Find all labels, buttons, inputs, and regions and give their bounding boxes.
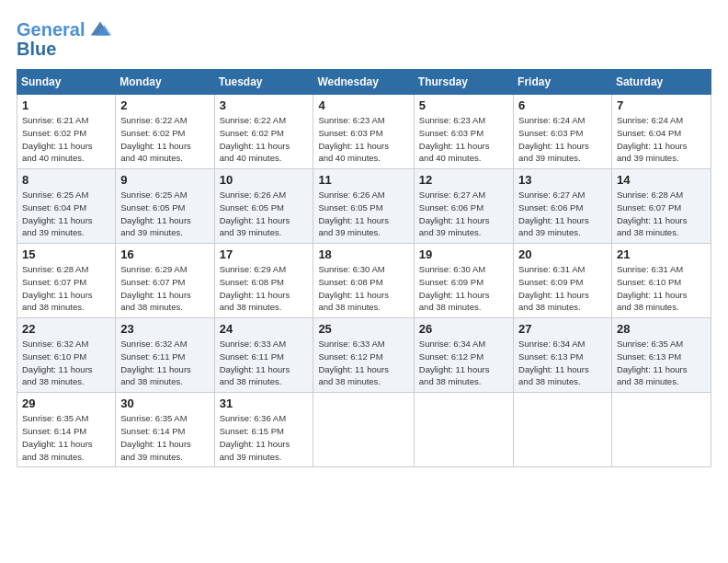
page: General Blue SundayMondayTuesdayWednesda… (0, 0, 728, 563)
empty-cell (611, 393, 711, 467)
calendar-day-cell: 9Sunrise: 6:25 AM Sunset: 6:05 PM Daylig… (116, 169, 214, 244)
calendar-day-cell: 30Sunrise: 6:35 AM Sunset: 6:14 PM Dayli… (116, 393, 214, 467)
day-info: Sunrise: 6:25 AM Sunset: 6:05 PM Dayligh… (120, 189, 209, 239)
day-info: Sunrise: 6:25 AM Sunset: 6:04 PM Dayligh… (22, 189, 110, 239)
empty-cell (514, 393, 612, 467)
day-number: 9 (120, 173, 209, 187)
day-number: 15 (22, 247, 110, 261)
calendar-week-row: 8Sunrise: 6:25 AM Sunset: 6:04 PM Daylig… (17, 169, 711, 244)
empty-cell (313, 393, 414, 467)
day-number: 7 (617, 98, 706, 112)
calendar-day-cell: 12Sunrise: 6:27 AM Sunset: 6:06 PM Dayli… (414, 169, 513, 244)
calendar-day-cell: 13Sunrise: 6:27 AM Sunset: 6:06 PM Dayli… (514, 169, 612, 244)
calendar-day-cell: 26Sunrise: 6:34 AM Sunset: 6:12 PM Dayli… (414, 318, 513, 393)
day-number: 13 (518, 173, 607, 187)
logo-icon (87, 17, 113, 42)
calendar-week-row: 1Sunrise: 6:21 AM Sunset: 6:02 PM Daylig… (17, 95, 711, 169)
calendar-day-cell: 5Sunrise: 6:23 AM Sunset: 6:03 PM Daylig… (414, 95, 513, 169)
calendar-day-cell: 3Sunrise: 6:22 AM Sunset: 6:02 PM Daylig… (214, 95, 313, 169)
day-info: Sunrise: 6:27 AM Sunset: 6:06 PM Dayligh… (419, 189, 508, 239)
day-number: 29 (22, 396, 110, 410)
day-number: 5 (419, 98, 508, 112)
day-number: 12 (419, 173, 508, 187)
calendar-day-cell: 11Sunrise: 6:26 AM Sunset: 6:05 PM Dayli… (313, 169, 414, 244)
calendar-day-cell: 24Sunrise: 6:33 AM Sunset: 6:11 PM Dayli… (214, 318, 313, 393)
calendar-day-cell: 31Sunrise: 6:36 AM Sunset: 6:15 PM Dayli… (214, 393, 313, 467)
calendar-day-cell: 23Sunrise: 6:32 AM Sunset: 6:11 PM Dayli… (116, 318, 214, 393)
header-day-wednesday: Wednesday (313, 70, 414, 95)
day-number: 16 (120, 247, 209, 261)
day-number: 19 (419, 247, 508, 261)
day-number: 27 (518, 322, 607, 336)
day-number: 30 (120, 396, 209, 410)
day-number: 17 (220, 247, 309, 261)
day-number: 23 (120, 322, 209, 336)
header: General Blue (17, 17, 711, 60)
empty-cell (414, 393, 513, 467)
calendar-day-cell: 7Sunrise: 6:24 AM Sunset: 6:04 PM Daylig… (611, 95, 711, 169)
day-number: 8 (22, 173, 110, 187)
day-info: Sunrise: 6:22 AM Sunset: 6:02 PM Dayligh… (120, 114, 209, 165)
day-number: 21 (617, 247, 706, 261)
day-number: 31 (220, 396, 309, 410)
day-info: Sunrise: 6:36 AM Sunset: 6:15 PM Dayligh… (220, 412, 309, 463)
day-info: Sunrise: 6:21 AM Sunset: 6:02 PM Dayligh… (22, 114, 110, 165)
day-number: 18 (318, 247, 408, 261)
calendar-day-cell: 20Sunrise: 6:31 AM Sunset: 6:09 PM Dayli… (514, 244, 612, 318)
header-day-sunday: Sunday (17, 70, 116, 95)
calendar-week-row: 22Sunrise: 6:32 AM Sunset: 6:10 PM Dayli… (17, 318, 711, 393)
logo: General Blue (17, 17, 113, 60)
day-info: Sunrise: 6:34 AM Sunset: 6:13 PM Dayligh… (518, 338, 607, 388)
day-info: Sunrise: 6:35 AM Sunset: 6:14 PM Dayligh… (22, 412, 110, 463)
calendar-day-cell: 17Sunrise: 6:29 AM Sunset: 6:08 PM Dayli… (214, 244, 313, 318)
calendar-day-cell: 10Sunrise: 6:26 AM Sunset: 6:05 PM Dayli… (214, 169, 313, 244)
header-day-saturday: Saturday (611, 70, 711, 95)
day-info: Sunrise: 6:34 AM Sunset: 6:12 PM Dayligh… (419, 338, 508, 388)
calendar-day-cell: 2Sunrise: 6:22 AM Sunset: 6:02 PM Daylig… (116, 95, 214, 169)
day-info: Sunrise: 6:22 AM Sunset: 6:02 PM Dayligh… (220, 114, 309, 165)
calendar-day-cell: 14Sunrise: 6:28 AM Sunset: 6:07 PM Dayli… (611, 169, 711, 244)
day-info: Sunrise: 6:23 AM Sunset: 6:03 PM Dayligh… (419, 114, 508, 165)
calendar-day-cell: 22Sunrise: 6:32 AM Sunset: 6:10 PM Dayli… (17, 318, 116, 393)
day-number: 4 (318, 98, 408, 112)
calendar-day-cell: 15Sunrise: 6:28 AM Sunset: 6:07 PM Dayli… (17, 244, 116, 318)
day-info: Sunrise: 6:35 AM Sunset: 6:14 PM Dayligh… (120, 412, 209, 463)
day-info: Sunrise: 6:24 AM Sunset: 6:04 PM Dayligh… (617, 114, 706, 165)
calendar-day-cell: 27Sunrise: 6:34 AM Sunset: 6:13 PM Dayli… (514, 318, 612, 393)
day-number: 14 (617, 173, 706, 187)
day-info: Sunrise: 6:24 AM Sunset: 6:03 PM Dayligh… (518, 114, 607, 165)
header-day-tuesday: Tuesday (214, 70, 313, 95)
day-info: Sunrise: 6:32 AM Sunset: 6:11 PM Dayligh… (120, 338, 209, 388)
day-number: 26 (419, 322, 508, 336)
calendar-day-cell: 18Sunrise: 6:30 AM Sunset: 6:08 PM Dayli… (313, 244, 414, 318)
day-info: Sunrise: 6:35 AM Sunset: 6:13 PM Dayligh… (617, 338, 706, 388)
day-info: Sunrise: 6:32 AM Sunset: 6:10 PM Dayligh… (22, 338, 110, 388)
day-info: Sunrise: 6:26 AM Sunset: 6:05 PM Dayligh… (318, 189, 408, 239)
day-info: Sunrise: 6:31 AM Sunset: 6:09 PM Dayligh… (518, 263, 607, 314)
calendar-day-cell: 28Sunrise: 6:35 AM Sunset: 6:13 PM Dayli… (611, 318, 711, 393)
header-day-thursday: Thursday (414, 70, 513, 95)
calendar-day-cell: 16Sunrise: 6:29 AM Sunset: 6:07 PM Dayli… (116, 244, 214, 318)
day-info: Sunrise: 6:23 AM Sunset: 6:03 PM Dayligh… (318, 114, 408, 165)
day-number: 24 (220, 322, 309, 336)
day-number: 11 (318, 173, 408, 187)
day-info: Sunrise: 6:27 AM Sunset: 6:06 PM Dayligh… (518, 189, 607, 239)
calendar-day-cell: 21Sunrise: 6:31 AM Sunset: 6:10 PM Dayli… (611, 244, 711, 318)
day-number: 2 (120, 98, 209, 112)
day-info: Sunrise: 6:33 AM Sunset: 6:11 PM Dayligh… (220, 338, 309, 388)
day-info: Sunrise: 6:28 AM Sunset: 6:07 PM Dayligh… (22, 263, 110, 314)
calendar-day-cell: 8Sunrise: 6:25 AM Sunset: 6:04 PM Daylig… (17, 169, 116, 244)
calendar-day-cell: 4Sunrise: 6:23 AM Sunset: 6:03 PM Daylig… (313, 95, 414, 169)
calendar-day-cell: 1Sunrise: 6:21 AM Sunset: 6:02 PM Daylig… (17, 95, 116, 169)
day-info: Sunrise: 6:30 AM Sunset: 6:08 PM Dayligh… (318, 263, 408, 314)
day-number: 28 (617, 322, 706, 336)
day-info: Sunrise: 6:28 AM Sunset: 6:07 PM Dayligh… (617, 189, 706, 239)
logo-text: General (17, 19, 85, 40)
day-info: Sunrise: 6:30 AM Sunset: 6:09 PM Dayligh… (419, 263, 508, 314)
day-number: 10 (220, 173, 309, 187)
day-info: Sunrise: 6:33 AM Sunset: 6:12 PM Dayligh… (318, 338, 408, 388)
calendar-week-row: 29Sunrise: 6:35 AM Sunset: 6:14 PM Dayli… (17, 393, 711, 467)
day-number: 1 (22, 98, 110, 112)
header-day-friday: Friday (514, 70, 612, 95)
calendar-table: SundayMondayTuesdayWednesdayThursdayFrid… (17, 69, 711, 467)
